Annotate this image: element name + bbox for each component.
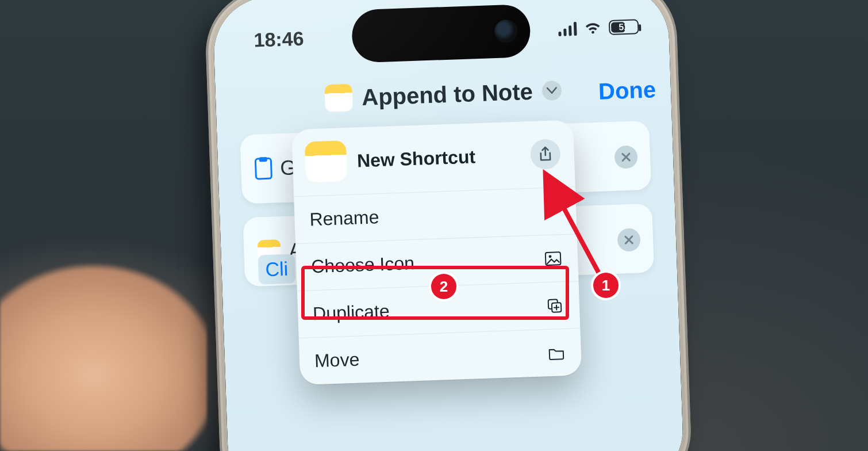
notes-app-icon [324, 84, 353, 113]
done-button[interactable]: Done [590, 72, 665, 109]
action-card-2-close[interactable] [617, 228, 640, 251]
status-time: 18:46 [254, 27, 304, 51]
annotation-badge-2: 2 [431, 274, 456, 299]
close-icon [624, 235, 635, 246]
share-button[interactable] [530, 139, 561, 170]
pencil-icon [541, 201, 562, 221]
duplicate-icon [544, 296, 564, 316]
menu-item-label: Rename [309, 207, 379, 230]
share-icon [538, 146, 552, 163]
shortcut-title[interactable]: Append to Note [361, 78, 533, 110]
close-icon [621, 152, 632, 163]
menu-item-label: Choose Icon [311, 253, 415, 277]
front-camera [494, 20, 518, 43]
dynamic-island [351, 4, 531, 63]
cellular-icon [558, 22, 577, 36]
chevron-down-icon [547, 87, 556, 93]
notes-app-icon [305, 140, 347, 183]
menu-item-move[interactable]: Move [299, 328, 582, 385]
folder-icon [546, 342, 566, 362]
wifi-icon [585, 22, 601, 35]
clipboard-token[interactable]: Cli [258, 254, 295, 284]
svg-point-1 [549, 255, 552, 258]
battery-icon: 51 [609, 19, 639, 35]
title-menu-chevron[interactable] [541, 81, 562, 101]
image-icon [543, 249, 563, 269]
iphone-device: 18:46 51 [204, 0, 693, 451]
menu-item-label: Move [314, 349, 359, 372]
annotation-badge-1: 1 [593, 273, 619, 298]
clipboard-icon [255, 158, 272, 180]
hand-thumb [0, 232, 207, 451]
shortcut-options-popover: New Shortcut Rename Choose Ic [291, 120, 582, 385]
popover-shortcut-name: New Shortcut [356, 144, 520, 171]
menu-item-label: Duplicate [313, 301, 390, 325]
popover-header: New Shortcut [291, 120, 575, 197]
action-card-1-close[interactable] [614, 145, 637, 169]
